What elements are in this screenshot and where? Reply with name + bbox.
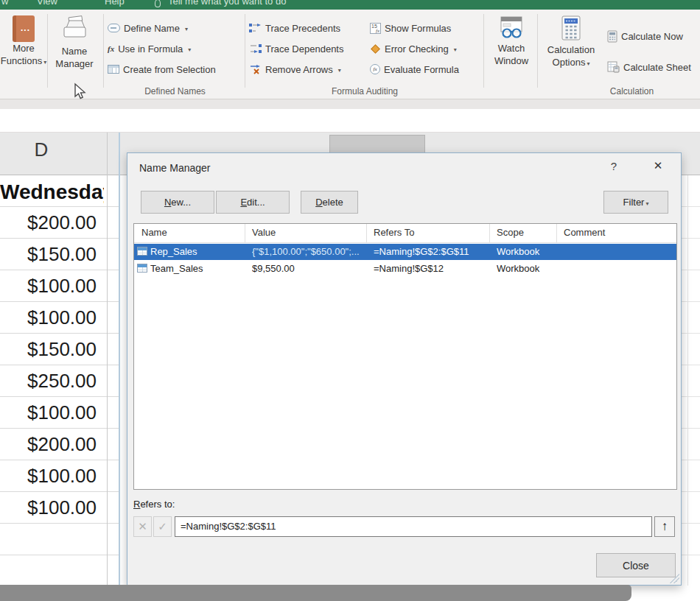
use-in-formula-button[interactable]: fx Use in Formula ▾ [108, 41, 191, 56]
show-formulas-icon [370, 23, 381, 34]
tab-partial[interactable]: w [1, 0, 8, 7]
cell-value[interactable]: $100.00 [0, 302, 97, 334]
grid-lines-right [682, 175, 700, 586]
confirm-icon[interactable]: ✓ [153, 516, 172, 537]
name-manager-label-2: Manager [47, 57, 102, 70]
define-name-icon [108, 24, 120, 32]
error-checking-button[interactable]: Error Checking ▾ [370, 41, 457, 56]
calculate-now-button[interactable]: Calculate Now [607, 29, 683, 43]
cell-value[interactable]: $250.00 [0, 365, 97, 397]
name-manager-icon [60, 15, 89, 42]
grid-vline-column-d [107, 133, 108, 586]
trace-dependents-button[interactable]: Trace Dependents [249, 41, 343, 56]
formula-bar[interactable] [0, 109, 700, 133]
name-row-rep-sales[interactable]: Rep_Sales {"$1,100.00";"$650.00";... =Na… [134, 244, 676, 260]
lightbulb-icon [155, 0, 161, 10]
calculation-options-label-2: Options▾ [541, 56, 601, 70]
overlay-bar [0, 585, 631, 601]
excel-window: w View Help Tell me what you want to do … [0, 0, 700, 601]
chevron-down-icon: ▾ [454, 46, 457, 53]
named-range-icon [137, 264, 147, 273]
collapse-dialog-button[interactable]: ↑ [654, 516, 675, 537]
remove-arrows-button[interactable]: Remove Arrows ▾ [249, 62, 341, 77]
calculate-sheet-icon [607, 61, 620, 73]
mouse-cursor [72, 82, 88, 100]
named-range-icon [137, 247, 147, 256]
grid-vline-selection [119, 133, 120, 586]
formula-auditing-group-label: Formula Auditing [295, 86, 435, 96]
use-in-formula-icon: fx [108, 44, 114, 53]
more-functions-icon: ... [13, 15, 35, 42]
refers-to-input[interactable]: =Naming!$G$2:$G$11 [175, 516, 652, 537]
cell-value[interactable]: $100.00 [0, 460, 97, 492]
chevron-down-icon: ▾ [338, 67, 341, 74]
name-manager-button[interactable]: Name Manager [47, 15, 102, 70]
col-comment[interactable]: Comment [564, 227, 605, 238]
tell-me-box[interactable]: Tell me what you want to do [168, 0, 286, 7]
names-list: Name Value Refers To Scope Comment Rep_S… [133, 223, 677, 490]
chevron-down-icon: ▾ [43, 59, 46, 66]
watch-window-button[interactable]: Watch Window [486, 15, 536, 67]
names-list-header: Name Value Refers To Scope Comment [134, 224, 676, 243]
ribbon-tab-bar: w View Help Tell me what you want to do [0, 0, 700, 10]
define-name-button[interactable]: Define Name ▾ [108, 21, 188, 35]
ribbon-lower-strip [0, 99, 700, 109]
cell-value[interactable]: $100.00 [0, 397, 97, 429]
chevron-down-icon: ▾ [185, 26, 188, 32]
chevron-down-icon: ▾ [188, 46, 191, 53]
evaluate-formula-button[interactable]: fx Evaluate Formula [370, 62, 459, 77]
edit-button[interactable]: Edit... [216, 191, 290, 214]
show-formulas-button[interactable]: Show Formulas [370, 21, 451, 35]
evaluate-formula-icon: fx [370, 64, 380, 74]
dialog-help-button[interactable]: ? [605, 160, 623, 172]
create-from-selection-icon [108, 65, 119, 74]
defined-names-group-label: Defined Names [111, 86, 239, 96]
name-manager-dialog: Name Manager ? ✕ New... Edit... Delete F… [127, 152, 682, 586]
calculate-now-icon [607, 30, 617, 43]
delete-button[interactable]: Delete [301, 191, 358, 214]
column-header-selected[interactable] [329, 135, 425, 155]
resize-grip[interactable] [668, 573, 679, 583]
col-value[interactable]: Value [252, 227, 276, 238]
calculation-options-button[interactable]: Calculation Options▾ [541, 15, 601, 70]
error-checking-icon [371, 44, 380, 54]
cell-value[interactable]: $100.00 [0, 270, 97, 302]
cell-value[interactable]: $100.00 [0, 492, 97, 524]
cell-day-header[interactable]: Wednesday [0, 177, 104, 207]
remove-arrows-icon [249, 64, 262, 74]
cell-value[interactable]: $150.00 [0, 239, 97, 270]
column-header-d[interactable]: D [0, 138, 83, 161]
col-name[interactable]: Name [141, 227, 167, 238]
cancel-icon[interactable]: ✕ [133, 516, 152, 537]
trace-dependents-icon [249, 43, 262, 54]
ribbon: ... More Functions▾ Name Manager Define … [0, 10, 700, 99]
col-refersto[interactable]: Refers To [374, 227, 414, 238]
chevron-down-icon: ▾ [645, 200, 648, 207]
name-row-team-sales[interactable]: Team_Sales $9,550.00 =Naming!$G$12 Workb… [134, 261, 676, 277]
calculate-sheet-button[interactable]: Calculate Sheet [607, 60, 691, 74]
calculation-options-icon [561, 15, 581, 41]
col-scope[interactable]: Scope [497, 227, 524, 238]
new-button[interactable]: New... [141, 191, 214, 214]
dialog-close-icon[interactable]: ✕ [648, 159, 668, 172]
calculation-options-label-1: Calculation [541, 43, 601, 56]
create-from-selection-button[interactable]: Create from Selection [108, 62, 216, 77]
cell-value[interactable]: $150.00 [0, 334, 97, 365]
watch-window-label-2: Window [486, 55, 536, 67]
refers-to-label: Refers to: [133, 499, 175, 510]
filter-button[interactable]: Filter▾ [603, 191, 668, 214]
cell-value[interactable]: $200.00 [0, 429, 97, 460]
tab-view[interactable]: View [37, 0, 57, 7]
cell-value[interactable]: $200.00 [0, 207, 97, 239]
grid-vline-right [687, 175, 688, 586]
trace-precedents-icon [249, 23, 262, 33]
calculation-group-label: Calculation [567, 86, 696, 96]
trace-precedents-button[interactable]: Trace Precedents [249, 21, 340, 35]
dialog-title: Name Manager [139, 162, 211, 174]
watch-window-icon [499, 15, 524, 39]
chevron-down-icon: ▾ [587, 60, 589, 67]
tab-help[interactable]: Help [105, 0, 125, 7]
close-button[interactable]: Close [596, 553, 676, 577]
watch-window-label-1: Watch [486, 42, 536, 55]
name-manager-label-1: Name [47, 45, 102, 57]
